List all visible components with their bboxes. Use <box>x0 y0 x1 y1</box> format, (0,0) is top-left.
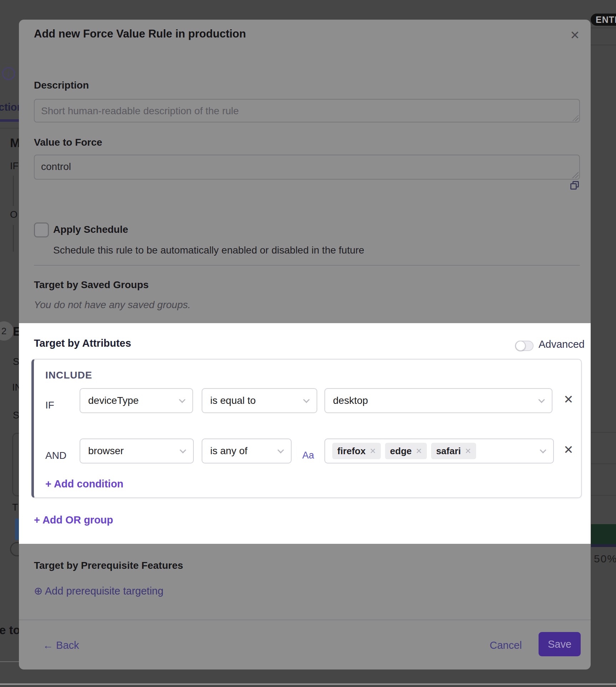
add-or-group-link[interactable]: + Add OR group <box>34 514 113 526</box>
remove-tag-icon[interactable]: × <box>370 445 375 457</box>
description-field-wrap <box>34 99 580 122</box>
value-tag-label: firefox <box>337 446 365 457</box>
copy-icon-front <box>570 183 577 190</box>
value-tag: firefox × <box>332 443 381 459</box>
operator-select-value: is any of <box>210 445 247 456</box>
chevron-down-icon <box>303 396 309 403</box>
attribute-select[interactable]: browser <box>80 438 194 463</box>
remove-condition-button[interactable]: ✕ <box>564 443 574 457</box>
section-divider <box>34 265 580 266</box>
chevron-down-icon <box>540 447 546 453</box>
value-to-force-label: Value to Force <box>34 137 102 148</box>
apply-schedule-label: Apply Schedule <box>53 224 128 235</box>
value-tag: safari × <box>431 443 476 459</box>
save-button[interactable]: Save <box>539 632 581 656</box>
remove-tag-icon[interactable]: × <box>465 445 471 457</box>
footer-divider <box>19 620 591 620</box>
chevron-down-icon <box>179 396 185 403</box>
bg-divider <box>0 128 19 129</box>
toggle-knob <box>515 341 526 351</box>
bg-row-divider <box>591 45 616 45</box>
modal-title: Add new Force Value Rule in production <box>34 27 246 40</box>
resize-grip-icon[interactable] <box>572 115 579 121</box>
value-tag: edge × <box>385 443 427 459</box>
apply-schedule-checkbox[interactable] <box>34 222 49 237</box>
bg-footer-divider <box>0 683 616 685</box>
saved-groups-empty-text: You do not have any saved groups. <box>34 299 191 311</box>
condition-conjunction: AND <box>45 450 66 461</box>
cancel-button[interactable]: Cancel <box>490 640 522 651</box>
remove-condition-button[interactable]: ✕ <box>564 392 574 406</box>
bg-row-divider <box>591 495 616 496</box>
bg-divider <box>0 661 21 662</box>
value-select-value: desktop <box>333 395 368 406</box>
bg-text-fragment: IF <box>10 161 19 172</box>
saved-groups-label: Target by Saved Groups <box>34 279 149 291</box>
description-textarea[interactable] <box>34 99 580 122</box>
attribute-select-value: browser <box>88 445 124 456</box>
description-label: Description <box>34 80 89 91</box>
advanced-label: Advanced <box>539 339 585 350</box>
operator-select-value: is equal to <box>210 395 256 406</box>
bg-row-divider <box>591 463 616 464</box>
bg-row-divider <box>591 432 616 433</box>
include-label: INCLUDE <box>45 370 92 381</box>
value-to-force-textarea[interactable]: control <box>34 155 580 180</box>
add-prerequisite-link[interactable]: ⊕ Add prerequisite targeting <box>34 585 163 597</box>
resize-grip-icon[interactable] <box>572 172 579 178</box>
info-icon: i <box>2 67 15 80</box>
bg-row-divider <box>591 27 616 28</box>
target-by-attributes-label: Target by Attributes <box>34 337 131 349</box>
value-tag-label: safari <box>436 446 461 457</box>
prerequisites-label: Target by Prerequisite Features <box>34 560 183 571</box>
bg-step-badge: 2 <box>0 321 14 341</box>
value-field-wrap: control <box>34 155 580 180</box>
case-sensitivity-toggle[interactable]: Aa <box>302 450 314 461</box>
plus-circle-icon: ⊕ <box>34 585 42 597</box>
chevron-down-icon <box>538 396 545 403</box>
back-button[interactable]: ← Back <box>43 640 79 651</box>
bg-text-fragment: S <box>13 356 19 367</box>
bg-text-fragment: e to <box>0 623 20 637</box>
bg-condition-border <box>13 225 14 252</box>
bg-rollout-percent: 50% <box>594 553 616 565</box>
add-prerequisite-label: Add prerequisite targeting <box>45 585 163 597</box>
close-icon[interactable]: ✕ <box>570 28 580 42</box>
chevron-down-icon <box>180 447 186 453</box>
bg-text-fragment: O <box>10 209 17 220</box>
remove-tag-icon[interactable]: × <box>416 445 422 457</box>
condition-conjunction: IF <box>45 400 54 411</box>
include-conditions-box: INCLUDE IF deviceType is equal to deskto… <box>31 359 582 498</box>
operator-select[interactable]: is any of <box>202 438 292 463</box>
apply-schedule-help: Schedule this rule to be automatically e… <box>53 245 364 256</box>
advanced-toggle[interactable] <box>515 341 534 351</box>
bg-rollout-bar-green <box>591 524 616 544</box>
bg-bar-border <box>591 544 616 547</box>
bg-tab-active-underline <box>0 119 19 122</box>
screen: ENTE i ction M IF O 2 E S IN S T e to 50… <box>0 0 616 687</box>
operator-select[interactable]: is equal to <box>202 388 317 413</box>
attribute-select[interactable]: deviceType <box>80 388 193 413</box>
attribute-select-value: deviceType <box>88 395 139 406</box>
bg-condition-border <box>13 176 14 206</box>
enterprise-badge: ENTE <box>591 14 616 26</box>
bg-text-fragment: S <box>13 410 19 421</box>
values-multiselect[interactable]: firefox × edge × safari × <box>324 438 554 463</box>
chevron-down-icon <box>277 447 284 453</box>
force-value-rule-modal: Add new Force Value Rule in production ✕… <box>19 20 591 670</box>
bg-text-fragment: T <box>12 502 18 513</box>
value-select[interactable]: desktop <box>324 388 552 413</box>
value-tag-label: edge <box>390 446 412 457</box>
add-condition-link[interactable]: + Add condition <box>45 478 123 490</box>
copy-value-icon[interactable] <box>570 181 580 190</box>
